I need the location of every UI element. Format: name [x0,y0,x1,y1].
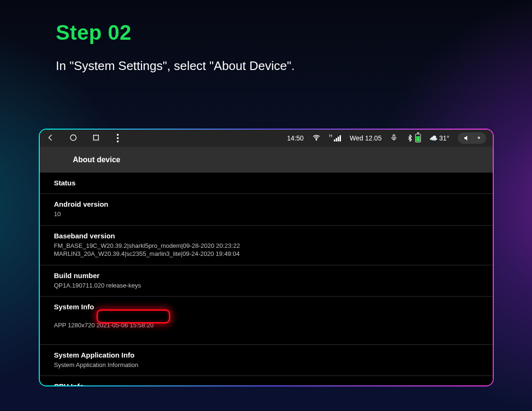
nav-buttons [46,133,119,143]
device-frame: 14:50 H Wed 12.05 ☁️ 31° [39,129,494,386]
status-right: 14:50 H Wed 12.05 ☁️ 31° [287,132,486,144]
back-icon[interactable] [46,133,55,143]
row-status[interactable]: Status [40,173,493,194]
device-screen: 14:50 H Wed 12.05 ☁️ 31° [40,130,493,385]
svg-rect-1 [94,135,99,140]
bluetooth-icon [406,134,421,142]
row-title: Build number [54,271,479,280]
svg-point-0 [70,135,76,140]
page-title: About device [40,147,493,173]
row-subtitle: System Application Information [54,361,479,369]
row-title: CPU Info [54,382,479,385]
row-system-app-info[interactable]: System Application Info System Applicati… [40,345,493,376]
system-info-value: APP 1280x720 2021-05-06 15:58:20 [54,322,154,329]
step-title: Step 02 [56,21,131,44]
row-subtitle: 10 [54,210,479,219]
svg-rect-3 [393,135,395,138]
more-icon[interactable] [117,134,119,142]
row-title: Android version [54,200,479,208]
network-type: H [329,133,332,138]
row-cpu-info[interactable]: CPU Info CPU:UMS512 Octa-Core@4.0 GB(Mem… [40,376,493,385]
row-title: System Info [54,303,479,311]
recent-icon[interactable] [92,133,100,143]
row-subtitle: APP 1280x720 2021-05-06 15:58:20 [54,313,154,338]
mic-icon [390,134,398,143]
row-subtitle: QP1A.190711.020 release-keys [54,281,479,290]
battery-icon [415,134,421,142]
row-build-number[interactable]: Build number QP1A.190711.020 release-key… [40,265,493,297]
temperature: 31° [439,134,449,142]
row-subtitle: FM_BASE_19C_W20.39.2|sharkl5pro_modem|09… [54,242,479,258]
weather: ☁️ 31° [429,134,449,142]
row-baseband-version[interactable]: Baseband version FM_BASE_19C_W20.39.2|sh… [40,226,493,265]
svg-point-2 [316,139,317,140]
signal-icon [334,135,341,141]
row-title: System Application Info [54,351,479,359]
row-system-info[interactable]: System Info APP 1280x720 2021-05-06 15:5… [40,297,493,345]
wifi-icon [312,133,321,143]
home-icon[interactable] [69,133,78,143]
status-bar: 14:50 H Wed 12.05 ☁️ 31° [40,130,493,147]
row-title: Status [54,179,479,187]
mute-button[interactable] [458,132,486,144]
weather-icon: ☁️ [429,134,437,142]
settings-list: Status Android version 10 Baseband versi… [40,173,493,385]
date: Wed 12.05 [349,134,381,142]
instruction-text: In "System Settings", select "About Devi… [56,59,295,73]
clock: 14:50 [287,134,304,142]
row-title: Baseband version [54,232,479,240]
row-android-version[interactable]: Android version 10 [40,194,493,226]
